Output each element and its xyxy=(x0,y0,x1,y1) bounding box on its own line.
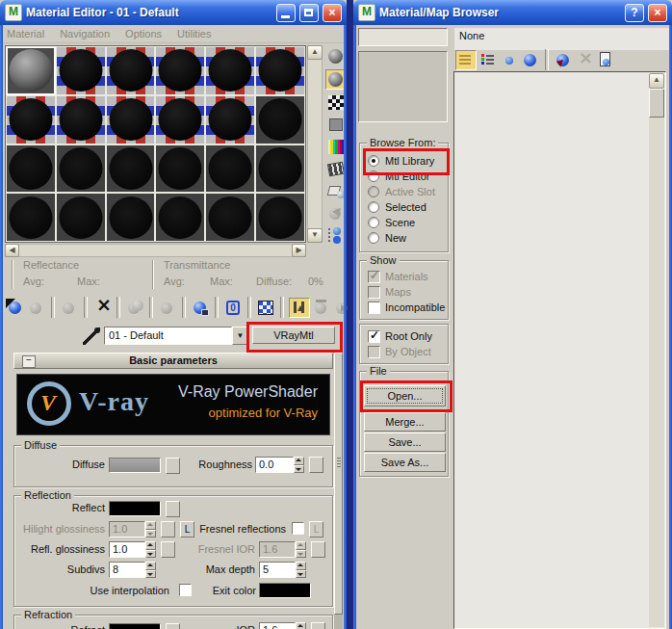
help-button[interactable]: ? xyxy=(625,4,644,22)
ior-spinner[interactable] xyxy=(296,622,306,629)
exit-color-swatch[interactable] xyxy=(259,583,311,598)
checkbox-icon[interactable] xyxy=(368,301,380,314)
material-sample-slot-plain[interactable] xyxy=(205,193,255,242)
reset-map-icon[interactable] xyxy=(92,299,112,317)
material-sample-slot-checker[interactable] xyxy=(106,95,156,144)
hilight-glossiness-map-button[interactable] xyxy=(161,521,175,537)
hilight-glossiness-field[interactable]: 1.0 xyxy=(109,521,145,537)
sample-uv-tiling-icon[interactable] xyxy=(326,116,346,134)
diffuse-color-swatch[interactable] xyxy=(109,458,161,473)
roughness-field[interactable]: 0.0 xyxy=(255,457,294,473)
make-preview-icon[interactable] xyxy=(326,160,346,178)
slots-scroll-right-button[interactable]: ▶ xyxy=(292,244,306,257)
fresnel-reflections-checkbox[interactable] xyxy=(292,522,304,535)
radio-icon[interactable] xyxy=(368,201,379,213)
material-sample-slot-checker[interactable] xyxy=(56,46,106,95)
max-depth-spinner[interactable] xyxy=(296,562,306,578)
material-listbox[interactable]: ▲ xyxy=(453,71,666,629)
roughness-map-button[interactable] xyxy=(309,457,323,473)
slots-scroll-up-button[interactable]: ▲ xyxy=(307,45,323,60)
titlebar[interactable]: M Material/Map Browser ? × xyxy=(353,0,672,25)
reflect-color-swatch[interactable] xyxy=(109,501,161,516)
titlebar[interactable]: M Material Editor - 01 - Default × xyxy=(0,0,347,25)
combo-dropdown-arrow-icon[interactable]: ▼ xyxy=(232,327,248,345)
update-scene-materials-icon[interactable] xyxy=(554,51,573,69)
material-sample-slot-plain[interactable] xyxy=(155,193,205,242)
select-by-material-icon[interactable] xyxy=(326,204,346,223)
fresnel-lock-button[interactable]: L xyxy=(309,521,323,537)
menu-item-options[interactable]: Options xyxy=(125,28,162,42)
options-icon[interactable] xyxy=(326,182,346,200)
material-sample-slot-plain[interactable] xyxy=(6,193,56,242)
fresnel-ior-map-button[interactable] xyxy=(311,541,325,558)
refl-glossiness-spinner[interactable] xyxy=(145,541,156,558)
get-material-icon[interactable] xyxy=(6,299,25,317)
material-sample-slot-plain[interactable] xyxy=(155,144,205,194)
material-map-navigator-icon[interactable] xyxy=(326,226,346,245)
menu-item-material[interactable]: Material xyxy=(7,28,44,42)
fresnel-ior-field[interactable]: 1.6 xyxy=(259,541,296,558)
roughness-spinner[interactable] xyxy=(294,457,304,473)
rollout-collapse-icon[interactable]: − xyxy=(22,355,36,368)
slots-scroll-down-button[interactable]: ▼ xyxy=(307,228,323,243)
show-end-result-icon[interactable] xyxy=(289,298,310,318)
material-id-channel-icon[interactable] xyxy=(223,299,243,317)
delete-from-library-icon[interactable] xyxy=(575,51,594,69)
make-unique-icon[interactable] xyxy=(158,299,177,317)
refl-glossiness-map-button[interactable] xyxy=(161,541,175,558)
checkbox-icon[interactable] xyxy=(368,330,380,343)
put-material-to-scene-icon[interactable] xyxy=(27,299,46,317)
fresnel-ior-spinner[interactable] xyxy=(296,541,306,558)
view-list-plus-icons-icon[interactable] xyxy=(478,51,498,69)
save-button[interactable]: Save... xyxy=(364,432,446,452)
video-color-check-icon[interactable] xyxy=(326,138,346,156)
material-sample-slot-plain[interactable] xyxy=(255,193,305,242)
assign-material-to-selection-icon[interactable] xyxy=(60,299,79,317)
parameters-scrollbar-thumb[interactable] xyxy=(334,353,343,615)
basic-parameters-rollout[interactable]: − Basic parameters xyxy=(13,353,333,369)
refract-color-swatch[interactable] xyxy=(109,623,161,629)
ior-field[interactable]: 1.6 xyxy=(259,622,296,629)
close-button[interactable]: × xyxy=(323,4,342,22)
material-sample-slot-checker[interactable] xyxy=(6,95,56,144)
hilight-glossiness-spinner[interactable] xyxy=(145,521,156,537)
maximize-button[interactable] xyxy=(299,4,319,22)
make-material-copy-icon[interactable] xyxy=(125,299,144,317)
material-sample-slot-checker[interactable] xyxy=(205,95,255,144)
radio-icon[interactable] xyxy=(368,170,379,182)
material-sample-slot-plain[interactable] xyxy=(205,144,255,194)
subdivs-spinner[interactable] xyxy=(145,562,156,578)
ior-map-button[interactable] xyxy=(311,622,325,629)
material-sample-slot-plain[interactable] xyxy=(106,193,156,242)
slots-hscrollbar[interactable] xyxy=(5,244,306,257)
show-map-in-viewport-icon[interactable] xyxy=(256,299,275,317)
material-sample-slot-plain[interactable] xyxy=(6,144,56,194)
menu-item-utilities[interactable]: Utilities xyxy=(177,28,211,42)
material-name-combo[interactable]: 01 - Default ▼ xyxy=(104,327,248,345)
material-sample-slot-checker[interactable] xyxy=(205,46,255,95)
clear-material-library-icon[interactable] xyxy=(596,51,615,69)
refl-glossiness-field[interactable]: 1.0 xyxy=(109,541,145,558)
material-sample-slot-plain[interactable] xyxy=(255,144,305,194)
go-forward-sibling-icon[interactable] xyxy=(333,299,352,317)
max-depth-field[interactable]: 5 xyxy=(259,562,296,578)
subdivs-field[interactable]: 8 xyxy=(109,562,145,578)
checkbox-icon[interactable] xyxy=(368,286,380,299)
slots-scroll-left-button[interactable]: ◀ xyxy=(5,244,19,257)
checkbox-icon[interactable] xyxy=(368,271,380,283)
slots-vscrollbar[interactable] xyxy=(307,45,323,243)
merge-button[interactable]: Merge... xyxy=(364,412,446,432)
parameters-scrollbar[interactable] xyxy=(334,353,343,629)
save-as-button[interactable]: Save As... xyxy=(364,453,446,472)
minimize-button[interactable] xyxy=(276,4,296,22)
open-button[interactable]: Open... xyxy=(364,385,446,406)
checkbox-icon[interactable] xyxy=(368,346,380,358)
background-icon[interactable] xyxy=(326,93,346,112)
view-list-icon[interactable] xyxy=(455,50,477,70)
view-large-icons-icon[interactable] xyxy=(521,51,540,69)
material-sample-slot-checker[interactable] xyxy=(155,46,205,95)
listbox-scroll-up-button[interactable]: ▲ xyxy=(649,73,664,89)
listbox-scrollbar[interactable]: ▲ xyxy=(649,73,664,627)
reflect-map-button[interactable] xyxy=(166,501,180,517)
go-to-parent-icon[interactable] xyxy=(312,299,331,317)
